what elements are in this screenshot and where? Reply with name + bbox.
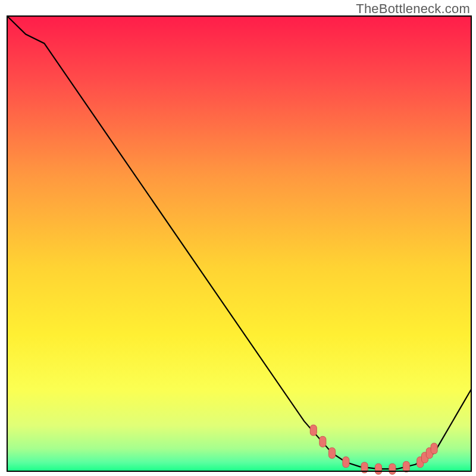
curve-marker <box>329 447 336 458</box>
curve-marker <box>310 425 317 436</box>
curve-marker <box>320 436 326 447</box>
watermark-text: TheBottleneck.com <box>356 1 470 17</box>
curve-marker <box>375 464 382 474</box>
bottleneck-chart <box>0 0 476 476</box>
curve-marker <box>343 457 349 468</box>
plot-background <box>7 16 471 471</box>
curve-marker <box>389 464 396 474</box>
chart-frame: TheBottleneck.com <box>0 0 476 476</box>
curve-marker <box>403 461 409 472</box>
curve-marker <box>431 443 437 454</box>
